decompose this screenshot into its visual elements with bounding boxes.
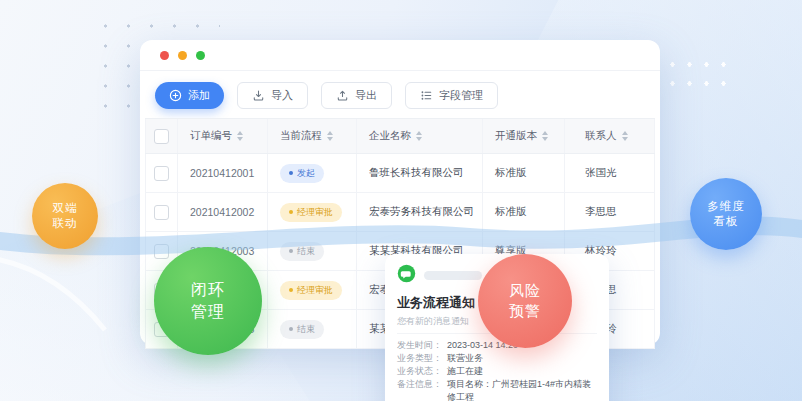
flow-cell: 结束 [268,310,357,348]
header-label: 联系人 [585,129,617,143]
flow-label: 经理审批 [297,206,333,219]
status-dot [289,249,293,253]
placeholder-bar [424,271,482,280]
header-label: 企业名称 [369,129,411,143]
field-management-button[interactable]: 字段管理 [405,82,498,109]
header-order-id[interactable]: 订单编号 [178,119,268,153]
version-cell: 标准版 [483,154,565,192]
table-row[interactable]: 20210412001 发起 鲁班长科技有限公司 标准版 张国光 [145,154,655,193]
status-dot [289,171,293,175]
flow-cell: 经理审批 [268,271,357,309]
sort-icon[interactable] [327,131,333,141]
field-label: 业务类型： [397,352,447,365]
field-label: 发生时间： [397,339,447,352]
notification-field: 发生时间： 2023-03-14 14:20 [397,339,597,352]
flow-status-badge: 经理审批 [280,281,342,300]
feature-badge-dual-link: 双端 联动 [32,183,98,249]
flow-status-badge: 经理审批 [280,203,342,222]
table-row[interactable]: 20210412002 经理审批 宏泰劳务科技有限公司 标准版 李思思 [145,193,655,232]
select-all-cell [145,119,178,153]
select-all-checkbox[interactable] [154,129,169,144]
status-dot [289,327,293,331]
notification-field: 业务类型： 联营业务 [397,352,597,365]
sort-icon[interactable] [237,131,243,141]
flow-cell: 经理审批 [268,193,357,231]
field-label: 业务状态： [397,365,447,378]
field-label: 备注信息： [397,378,447,401]
header-contact[interactable]: 联系人 [565,119,655,153]
row-checkbox[interactable] [154,244,169,259]
sort-icon[interactable] [542,131,548,141]
flow-status-badge: 结束 [280,320,324,339]
toolbar: 添加 导入 导出 字段管理 [140,71,660,109]
field-value: 项目名称：广州碧桂园1-4#市内精装修工程 [447,378,597,401]
header-label: 订单编号 [190,129,232,143]
contact-cell: 张国光 [565,154,655,192]
row-select-cell [145,154,178,192]
export-button-label: 导出 [355,88,377,103]
flow-label: 结束 [297,323,315,336]
table-header-row: 订单编号 当前流程 企业名称 开通版本 联系人 [145,118,655,154]
wechat-chat-icon [397,264,416,287]
order-id-cell: 20210412002 [178,193,268,231]
header-version[interactable]: 开通版本 [483,119,565,153]
feature-badge-closed-loop: 闭环 管理 [154,247,262,355]
flow-label: 经理审批 [297,284,333,297]
add-button-label: 添加 [188,88,210,103]
flow-status-badge: 发起 [280,164,324,183]
import-icon [252,89,265,102]
row-select-cell [145,193,178,231]
import-button[interactable]: 导入 [237,82,308,109]
feature-badge-multi-dashboard: 多维度 看板 [690,178,762,250]
header-label: 当前流程 [280,129,322,143]
sort-icon[interactable] [416,131,422,141]
header-current-flow[interactable]: 当前流程 [268,119,357,153]
window-close-button[interactable] [160,51,169,60]
flow-cell: 结束 [268,232,357,270]
row-checkbox[interactable] [154,166,169,181]
field-value: 施工在建 [447,365,597,378]
flow-label: 结束 [297,245,315,258]
row-checkbox[interactable] [154,205,169,220]
flow-status-badge: 结束 [280,242,324,261]
field-list-icon [420,89,433,102]
import-button-label: 导入 [271,88,293,103]
add-button[interactable]: 添加 [155,82,224,109]
export-icon [336,89,349,102]
window-minimize-button[interactable] [178,51,187,60]
status-dot [289,288,293,292]
company-cell: 鲁班长科技有限公司 [357,154,483,192]
version-cell: 标准版 [483,193,565,231]
company-cell: 宏泰劳务科技有限公司 [357,193,483,231]
marketing-screenshot: 添加 导入 导出 字段管理 [0,0,802,401]
flow-label: 发起 [297,167,315,180]
notification-fields: 发生时间： 2023-03-14 14:20 业务类型： 联营业务 业务状态： … [397,339,597,401]
contact-cell: 李思思 [565,193,655,231]
flow-cell: 发起 [268,154,357,192]
window-titlebar [140,40,660,71]
order-id-cell: 20210412001 [178,154,268,192]
notification-field: 业务状态： 施工在建 [397,365,597,378]
header-label: 开通版本 [495,129,537,143]
status-dot [289,210,293,214]
sort-icon[interactable] [622,131,628,141]
feature-badge-risk-warning: 风险 预警 [478,254,572,348]
notification-field: 备注信息： 项目名称：广州碧桂园1-4#市内精装修工程 [397,378,597,401]
dot-grid-decoration [664,55,732,93]
field-value: 联营业务 [447,352,597,365]
window-zoom-button[interactable] [196,51,205,60]
field-management-button-label: 字段管理 [439,88,483,103]
export-button[interactable]: 导出 [321,82,392,109]
plus-circle-icon [169,89,182,102]
header-company[interactable]: 企业名称 [357,119,483,153]
